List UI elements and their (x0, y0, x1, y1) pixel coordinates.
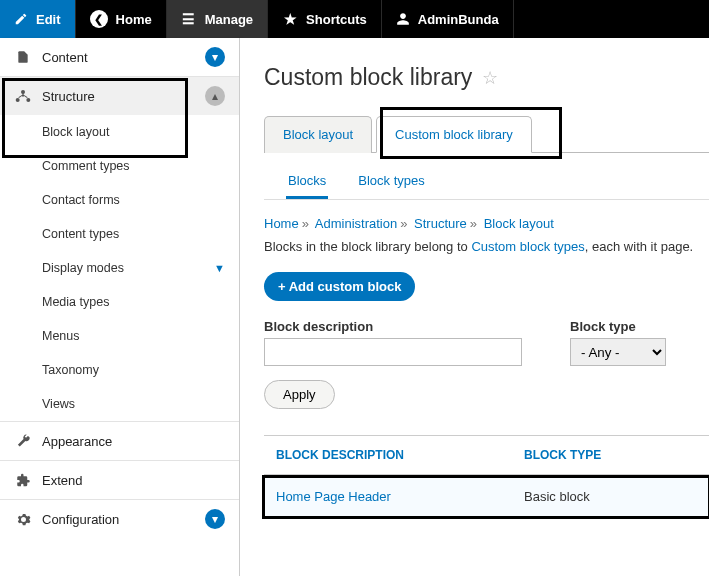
file-icon (14, 50, 32, 64)
text: , each with it page. (585, 239, 693, 254)
sidebar-item-comment-types[interactable]: Comment types (0, 149, 239, 183)
star-outline-icon[interactable]: ☆ (482, 67, 498, 89)
crumb-structure[interactable]: Structure (414, 216, 467, 231)
hamburger-icon: ☰ (181, 11, 197, 27)
secondary-tabs: Blocks Block types (264, 167, 709, 200)
sidebar-item-label: Taxonomy (42, 363, 99, 377)
tab-label: Block types (358, 173, 424, 188)
chevron-down-icon: ▾ (205, 509, 225, 529)
filter-label: Block description (264, 319, 522, 334)
sidebar-item-label: Content types (42, 227, 119, 241)
chevron-up-icon: ▴ (205, 86, 225, 106)
sidebar-item-content[interactable]: Content ▾ (0, 38, 239, 76)
filter-label: Block type (570, 319, 666, 334)
breadcrumb: Home» Administration» Structure» Block l… (264, 216, 709, 231)
tab-block-layout[interactable]: Block layout (264, 116, 372, 153)
lead-text: Blocks in the block library belong to Cu… (264, 239, 709, 254)
crumb-block-layout[interactable]: Block layout (484, 216, 554, 231)
chevron-down-icon: ▾ (205, 47, 225, 67)
th-block-description[interactable]: BLOCK DESCRIPTION (264, 448, 524, 462)
toolbar-shortcuts[interactable]: ★ Shortcuts (268, 0, 382, 38)
sidebar-item-display-modes[interactable]: Display modes▼ (0, 251, 239, 285)
crumb-home[interactable]: Home (264, 216, 299, 231)
page-title: Custom block library ☆ (264, 64, 709, 91)
sidebar-item-appearance[interactable]: Appearance (0, 422, 239, 460)
star-icon: ★ (282, 11, 298, 27)
caret-down-icon: ▼ (214, 262, 225, 274)
text: Blocks in the block library belong to (264, 239, 471, 254)
table-row: Home Page Header Basic block (264, 475, 709, 518)
filter-block-description: Block description (264, 319, 522, 366)
filter-block-type: Block type - Any - (570, 319, 666, 366)
sidebar-item-views[interactable]: Views (0, 387, 239, 421)
sidebar-item-block-layout[interactable]: Block layout (0, 115, 239, 149)
sidebar-item-content-types[interactable]: Content types (0, 217, 239, 251)
sidebar-item-configuration[interactable]: Configuration ▾ (0, 500, 239, 538)
sidebar-item-label: Display modes (42, 261, 124, 275)
toolbar-shortcuts-label: Shortcuts (306, 12, 367, 27)
sitemap-icon (14, 89, 32, 103)
toolbar-home-label: Home (116, 12, 152, 27)
admin-toolbar: Edit ❮ Home ☰ Manage ★ Shortcuts AdminBu… (0, 0, 709, 38)
subtab-block-types[interactable]: Block types (356, 167, 426, 199)
link-custom-block-types[interactable]: Custom block types (471, 239, 584, 254)
sidebar-item-label: Block layout (42, 125, 109, 139)
user-icon (396, 12, 410, 26)
content-pane: Custom block library ☆ Block layout Cust… (240, 38, 709, 576)
toolbar-user[interactable]: AdminBunda (382, 0, 514, 38)
sidebar-item-label: Content (42, 50, 205, 65)
link-home-page-header[interactable]: Home Page Header (276, 489, 391, 504)
toolbar-manage[interactable]: ☰ Manage (167, 0, 268, 38)
sidebar-item-label: Contact forms (42, 193, 120, 207)
block-type-select[interactable]: - Any - (570, 338, 666, 366)
admin-sidebar: Content ▾ Structure ▴ Block layout Comme… (0, 38, 240, 576)
tab-label: Block layout (283, 127, 353, 142)
svg-point-2 (26, 98, 30, 102)
sidebar-item-menus[interactable]: Menus (0, 319, 239, 353)
sidebar-item-label: Structure (42, 89, 205, 104)
sidebar-item-label: Views (42, 397, 75, 411)
th-block-type[interactable]: BLOCK TYPE (524, 448, 601, 462)
gear-icon (14, 512, 32, 527)
tab-label: Blocks (288, 173, 326, 188)
tab-label: Custom block library (395, 127, 513, 142)
add-custom-block-button[interactable]: + Add custom block (264, 272, 415, 301)
sidebar-item-label: Comment types (42, 159, 130, 173)
puzzle-icon (14, 473, 32, 488)
sidebar-item-label: Media types (42, 295, 109, 309)
back-arrow-icon: ❮ (90, 10, 108, 28)
apply-button[interactable]: Apply (264, 380, 335, 409)
table-header: BLOCK DESCRIPTION BLOCK TYPE (264, 435, 709, 475)
tab-custom-block-library[interactable]: Custom block library (376, 116, 532, 153)
sidebar-item-structure[interactable]: Structure ▴ (0, 77, 239, 115)
svg-point-1 (16, 98, 20, 102)
wrench-icon (14, 434, 32, 449)
sidebar-item-media-types[interactable]: Media types (0, 285, 239, 319)
cell-block-type: Basic block (524, 489, 590, 504)
block-description-input[interactable] (264, 338, 522, 366)
crumb-administration[interactable]: Administration (315, 216, 397, 231)
toolbar-home[interactable]: ❮ Home (76, 0, 167, 38)
sidebar-item-label: Menus (42, 329, 80, 343)
sidebar-item-taxonomy[interactable]: Taxonomy (0, 353, 239, 387)
toolbar-manage-label: Manage (205, 12, 253, 27)
toolbar-edit-label: Edit (36, 12, 61, 27)
pencil-icon (14, 12, 28, 26)
subtab-blocks[interactable]: Blocks (286, 167, 328, 199)
sidebar-item-contact-forms[interactable]: Contact forms (0, 183, 239, 217)
primary-tabs: Block layout Custom block library (264, 115, 709, 153)
sidebar-item-extend[interactable]: Extend (0, 461, 239, 499)
sidebar-item-label: Configuration (42, 512, 205, 527)
page-title-text: Custom block library (264, 64, 472, 91)
toolbar-edit[interactable]: Edit (0, 0, 76, 38)
cell-block-description: Home Page Header (264, 489, 524, 504)
filters: Block description Block type - Any - (264, 319, 709, 366)
sidebar-item-label: Appearance (42, 434, 225, 449)
sidebar-item-label: Extend (42, 473, 225, 488)
toolbar-user-label: AdminBunda (418, 12, 499, 27)
